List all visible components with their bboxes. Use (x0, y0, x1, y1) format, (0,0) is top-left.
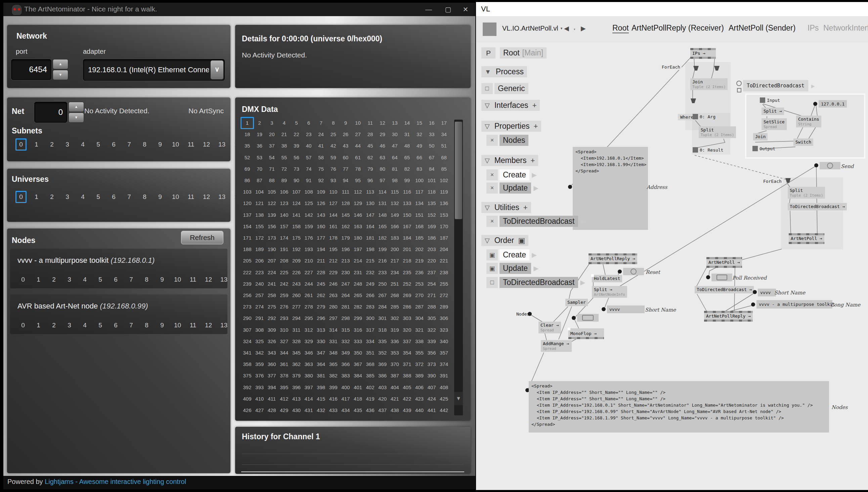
node-port-1[interactable]: 1 (33, 274, 44, 286)
dmx-cell-13[interactable]: 13 (388, 117, 402, 129)
dmx-cell-345[interactable]: 345 (289, 347, 303, 359)
tree-expander-icon[interactable]: ▽ (485, 204, 490, 212)
dmx-cell-175[interactable]: 175 (289, 232, 303, 244)
dmx-cell-196[interactable]: 196 (339, 243, 352, 255)
tree-add-icon[interactable]: + (530, 156, 535, 165)
todirectedbroadcast-header[interactable]: ToDirectedBroadcast▶ (743, 80, 808, 92)
navigate-back-icon[interactable]: ◀ (564, 25, 569, 32)
dmx-cell-234[interactable]: 234 (388, 267, 402, 278)
dmx-cell-130[interactable]: 130 (363, 197, 377, 210)
dmx-cell-185[interactable]: 185 (412, 232, 426, 244)
subnet-cell-11[interactable]: 11 (185, 139, 197, 151)
todirectedbroadcast-node[interactable]: ToDirectedBroadcast → (788, 203, 847, 211)
node-port-4[interactable]: 4 (79, 274, 91, 286)
dmx-cell-150[interactable]: 150 (401, 209, 414, 221)
dmx-cell-184[interactable]: 184 (401, 232, 414, 244)
universe-cell-0[interactable]: 0 (16, 191, 27, 203)
dmx-cell-333[interactable]: 333 (351, 336, 364, 347)
dmx-cell-253[interactable]: 253 (412, 278, 426, 290)
dmx-cell-32[interactable]: 32 (412, 128, 426, 141)
dmx-cell-271[interactable]: 271 (425, 289, 438, 301)
node-port-2[interactable]: 2 (48, 319, 59, 331)
dmx-cell-415[interactable]: 415 (314, 393, 328, 405)
dmx-cell-265[interactable]: 265 (351, 289, 364, 301)
dmx-cell-199[interactable]: 199 (376, 243, 389, 255)
dmx-cell-280[interactable]: 280 (327, 301, 340, 313)
dmx-cell-370[interactable]: 370 (388, 358, 402, 370)
dmx-cell-296[interactable]: 296 (314, 312, 328, 324)
dmx-cell-291[interactable]: 291 (253, 312, 266, 324)
dmx-cell-139[interactable]: 139 (265, 209, 279, 221)
dmx-cell-418[interactable]: 418 (351, 393, 364, 405)
dmx-cell-351[interactable]: 351 (363, 347, 377, 359)
tree-item-process[interactable]: ▼Process (481, 66, 527, 77)
dmx-cell-248[interactable]: 248 (351, 278, 364, 290)
dmx-cell-421[interactable]: 421 (388, 393, 402, 405)
tree-op-icon[interactable]: × (486, 135, 498, 146)
dmx-cell-254[interactable]: 254 (425, 278, 438, 290)
dmx-cell-310[interactable]: 310 (278, 324, 291, 336)
close-button[interactable]: ✕ (458, 4, 473, 15)
tree-item-nodes[interactable]: ×Nodes (486, 135, 528, 146)
tree-goto-icon[interactable]: ▶ (532, 251, 537, 259)
dmx-cell-18[interactable]: 18 (240, 128, 254, 141)
dmx-cell-239[interactable]: 239 (240, 278, 254, 290)
dmx-cell-59[interactable]: 59 (327, 152, 340, 164)
dmx-cell-320[interactable]: 320 (401, 324, 414, 336)
dmx-cell-388[interactable]: 388 (401, 370, 414, 382)
tree-goto-icon[interactable]: ▶ (533, 184, 538, 192)
dmx-cell-440[interactable]: 440 (412, 404, 426, 416)
dmx-cell-274[interactable]: 274 (253, 301, 266, 313)
tree-item-interfaces[interactable]: ▽Interfaces+ (481, 100, 540, 111)
dmx-cell-273[interactable]: 273 (240, 301, 254, 313)
dmx-cell-309[interactable]: 309 (265, 324, 279, 336)
dmx-cell-95[interactable]: 95 (351, 174, 364, 187)
dmx-cell-137[interactable]: 137 (240, 209, 254, 221)
dmx-cell-275[interactable]: 275 (265, 301, 279, 313)
breadcrumb-root[interactable]: Root (612, 24, 629, 33)
dmx-cell-143[interactable]: 143 (314, 209, 328, 221)
dmx-cell-307[interactable]: 307 (240, 324, 254, 336)
dmx-cell-287[interactable]: 287 (412, 301, 426, 313)
subnet-cell-12[interactable]: 12 (201, 139, 212, 151)
dmx-cell-86[interactable]: 86 (240, 174, 254, 187)
dmx-cell-87[interactable]: 87 (253, 174, 266, 187)
dmx-cell-193[interactable]: 193 (302, 243, 315, 255)
dmx-cell-261[interactable]: 261 (302, 289, 315, 301)
dmx-cell-295[interactable]: 295 (302, 312, 315, 324)
dmx-cell-191[interactable]: 191 (278, 243, 291, 255)
dmx-cell-182[interactable]: 182 (376, 232, 389, 244)
switch-node[interactable]: Switch (793, 139, 813, 146)
dmx-cell-70[interactable]: 70 (253, 163, 266, 175)
dmx-cell-73[interactable]: 73 (289, 163, 303, 175)
dmx-cell-380[interactable]: 380 (302, 370, 315, 382)
tree-item-order[interactable]: ▽Order▣ (481, 235, 528, 246)
dmx-cell-414[interactable]: 414 (302, 393, 315, 405)
dmx-cell-47[interactable]: 47 (388, 140, 402, 152)
dmx-cell-390[interactable]: 390 (425, 370, 438, 382)
tree-item-create[interactable]: ▣Create▶ (486, 249, 537, 261)
dmx-cell-242[interactable]: 242 (278, 278, 291, 290)
dmx-cell-389[interactable]: 389 (412, 370, 426, 382)
dmx-cell-220[interactable]: 220 (425, 255, 438, 267)
dmx-cell-303[interactable]: 303 (401, 312, 414, 324)
dmx-cell-101[interactable]: 101 (425, 174, 438, 187)
dmx-cell-366[interactable]: 366 (339, 358, 352, 370)
dmx-cell-192[interactable]: 192 (289, 243, 303, 255)
dmx-cell-173[interactable]: 173 (265, 232, 279, 244)
dmx-cell-368[interactable]: 368 (363, 358, 377, 370)
dmx-cell-118[interactable]: 118 (425, 186, 438, 198)
dmx-cell-439[interactable]: 439 (401, 404, 414, 416)
dmx-cell-355[interactable]: 355 (412, 347, 426, 359)
port-down-icon[interactable]: ▼ (53, 70, 68, 80)
dmx-cell-110[interactable]: 110 (327, 186, 340, 198)
dmx-cell-230[interactable]: 230 (339, 267, 352, 278)
dmx-cell-244[interactable]: 244 (302, 278, 315, 290)
dmx-cell-105[interactable]: 105 (265, 186, 279, 198)
dmx-cell-77[interactable]: 77 (339, 163, 352, 175)
dmx-cell-342[interactable]: 342 (253, 347, 266, 359)
dmx-cell-54[interactable]: 54 (265, 152, 279, 164)
dmx-cell-245[interactable]: 245 (314, 278, 328, 290)
dmx-cell-246[interactable]: 246 (327, 278, 340, 290)
dmx-cell-136[interactable]: 136 (437, 197, 451, 210)
